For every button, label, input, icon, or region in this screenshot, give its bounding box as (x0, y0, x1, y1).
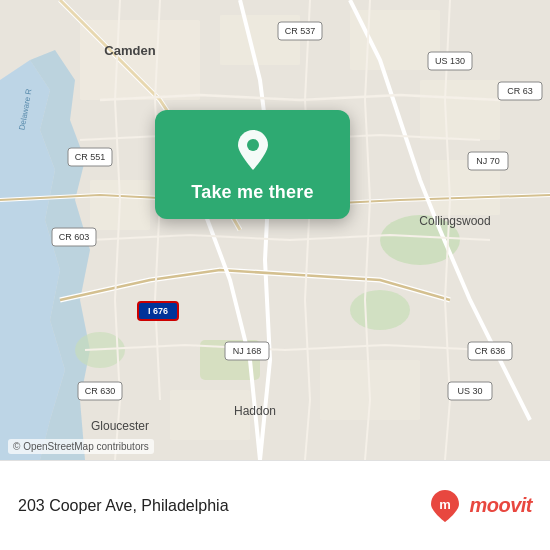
svg-text:NJ 168: NJ 168 (233, 346, 262, 356)
take-me-there-card[interactable]: Take me there (155, 110, 350, 219)
svg-rect-5 (80, 20, 200, 100)
svg-text:NJ 70: NJ 70 (476, 156, 500, 166)
take-me-there-label: Take me there (191, 182, 313, 203)
svg-text:CR 636: CR 636 (475, 346, 506, 356)
svg-text:CR 603: CR 603 (59, 232, 90, 242)
svg-text:Haddon: Haddon (234, 404, 276, 418)
svg-text:US 130: US 130 (435, 56, 465, 66)
map-background: CR 537 US 130 NJ 70 CR 551 CR 603 I 676 … (0, 0, 550, 460)
svg-text:m: m (440, 497, 452, 512)
svg-text:I 676: I 676 (148, 306, 168, 316)
svg-rect-9 (420, 80, 500, 140)
svg-text:CR 537: CR 537 (285, 26, 316, 36)
map-container: CR 537 US 130 NJ 70 CR 551 CR 603 I 676 … (0, 0, 550, 460)
svg-rect-7 (350, 10, 440, 70)
svg-text:Gloucester: Gloucester (91, 419, 149, 433)
location-pin-icon (231, 128, 275, 172)
svg-text:CR 551: CR 551 (75, 152, 106, 162)
svg-text:Camden: Camden (104, 43, 155, 58)
moovit-label: moovit (469, 494, 532, 517)
bottom-bar: 203 Cooper Ave, Philadelphia m moovit (0, 460, 550, 550)
svg-text:Collingswood: Collingswood (419, 214, 490, 228)
svg-text:CR 63: CR 63 (507, 86, 533, 96)
map-attribution: © OpenStreetMap contributors (8, 439, 154, 454)
svg-point-40 (247, 139, 259, 151)
address-text: 203 Cooper Ave, Philadelphia (18, 497, 229, 515)
address-block: 203 Cooper Ave, Philadelphia (18, 497, 229, 515)
svg-text:US 30: US 30 (457, 386, 482, 396)
moovit-icon: m (427, 488, 463, 524)
moovit-logo: m moovit (427, 488, 532, 524)
svg-point-2 (350, 290, 410, 330)
svg-text:CR 630: CR 630 (85, 386, 116, 396)
